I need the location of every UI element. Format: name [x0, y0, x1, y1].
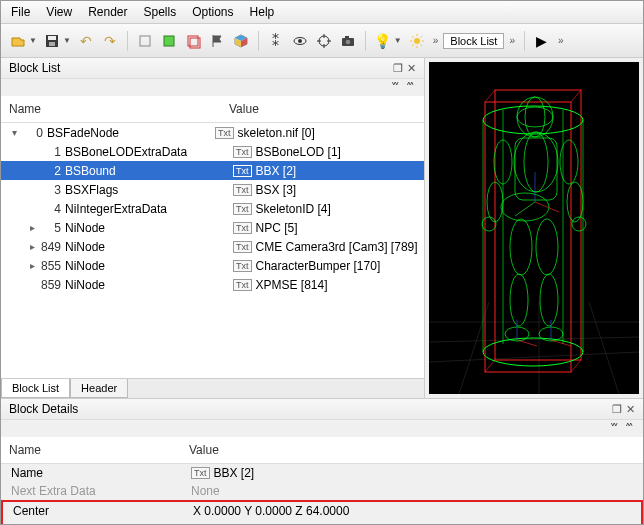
- col-value[interactable]: Value: [183, 441, 641, 459]
- blocklist-combo[interactable]: Block List: [443, 33, 504, 49]
- svg-point-11: [346, 39, 351, 44]
- menu-view[interactable]: View: [46, 5, 72, 19]
- row-value: TxtCME Camera3rd [Cam3] [789]: [233, 240, 418, 254]
- detail-row[interactable]: DimensionsX 22.0000 Y 14.0000 Z 64.0000: [3, 520, 641, 525]
- row-value: TxtBBX [2]: [233, 164, 296, 178]
- collapse-all-icon[interactable]: ˅˅: [391, 81, 397, 93]
- separator: [258, 31, 259, 51]
- toolbar-overflow[interactable]: »: [430, 35, 442, 46]
- row-index: 859: [39, 278, 65, 292]
- expand-all-icon[interactable]: ˄˄: [625, 422, 631, 434]
- collapse-all-icon[interactable]: ˅˅: [610, 422, 616, 434]
- menu-spells[interactable]: Spells: [144, 5, 177, 19]
- expand-icon[interactable]: ▾: [7, 127, 21, 138]
- row-name: NiNode: [65, 240, 233, 254]
- tree-row[interactable]: 2BSBoundTxtBBX [2]: [1, 161, 424, 180]
- row-index: 5: [39, 221, 65, 235]
- menu-help[interactable]: Help: [250, 5, 275, 19]
- tree-row[interactable]: 4NiIntegerExtraDataTxtSkeletonID [4]: [1, 199, 424, 218]
- txt-badge: Txt: [233, 222, 252, 234]
- cube-green-icon[interactable]: [158, 30, 180, 52]
- menu-file[interactable]: File: [11, 5, 30, 19]
- row-name: BSBoneLODExtraData: [65, 145, 233, 159]
- collapse-controls: ˅˅ ˄˄: [1, 79, 424, 96]
- blocklist-title: Block List: [9, 61, 393, 75]
- bulb-dropdown[interactable]: ▼: [394, 36, 402, 45]
- row-index: 1: [39, 145, 65, 159]
- footprints-icon[interactable]: ⁑: [265, 30, 287, 52]
- save-dropdown[interactable]: ▼: [63, 36, 71, 45]
- toolbar: ▼ ▼ ↶ ↷ ⁑ 💡▼ » Block List » ▶ »: [1, 24, 643, 58]
- row-name: NiNode: [65, 259, 233, 273]
- expand-icon[interactable]: ▸: [25, 260, 39, 271]
- toolbar-overflow-2[interactable]: »: [506, 35, 518, 46]
- separator: [524, 31, 525, 51]
- txt-badge: Txt: [233, 203, 252, 215]
- expand-all-icon[interactable]: ˄˄: [406, 81, 412, 93]
- cube-color-icon[interactable]: [230, 30, 252, 52]
- col-value[interactable]: Value: [223, 100, 422, 118]
- save-icon[interactable]: [41, 30, 63, 52]
- flag-icon[interactable]: [206, 30, 228, 52]
- toolbar-overflow-3[interactable]: »: [555, 35, 567, 46]
- tree-row[interactable]: ▸849NiNodeTxtCME Camera3rd [Cam3] [789]: [1, 237, 424, 256]
- col-name[interactable]: Name: [3, 100, 223, 118]
- play-icon[interactable]: ▶: [531, 30, 553, 52]
- details-body: NameTxtBBX [2]Next Extra DataNoneCenterX…: [1, 464, 643, 525]
- blocklist-panel: Block List ❐ ✕ ˅˅ ˄˄ Name Value ▾0BSFade…: [1, 58, 425, 398]
- row-value: TxtBSX [3]: [233, 183, 296, 197]
- tab-blocklist[interactable]: Block List: [1, 379, 70, 398]
- txt-badge: Txt: [233, 165, 252, 177]
- 3d-viewport[interactable]: [429, 62, 639, 394]
- eye-icon[interactable]: [289, 30, 311, 52]
- detail-row[interactable]: CenterX 0.0000 Y 0.0000 Z 64.0000: [3, 502, 641, 520]
- row-name: BSXFlags: [65, 183, 233, 197]
- open-dropdown[interactable]: ▼: [29, 36, 37, 45]
- row-name: NiNode: [65, 221, 233, 235]
- restore-icon[interactable]: ❐: [612, 403, 622, 416]
- expand-icon[interactable]: ▸: [25, 241, 39, 252]
- tree-row[interactable]: 3BSXFlagsTxtBSX [3]: [1, 180, 424, 199]
- blocklist-tree[interactable]: ▾0BSFadeNodeTxtskeleton.nif [0]1BSBoneLO…: [1, 123, 424, 378]
- menu-render[interactable]: Render: [88, 5, 127, 19]
- main-area: Block List ❐ ✕ ˅˅ ˄˄ Name Value ▾0BSFade…: [1, 58, 643, 398]
- tab-header[interactable]: Header: [70, 379, 128, 398]
- tree-row[interactable]: 859NiNodeTxtXPMSE [814]: [1, 275, 424, 294]
- detail-row[interactable]: NameTxtBBX [2]: [1, 464, 643, 482]
- svg-rect-12: [345, 36, 349, 38]
- close-icon[interactable]: ✕: [626, 403, 635, 416]
- row-index: 3: [39, 183, 65, 197]
- tree-row[interactable]: ▾0BSFadeNodeTxtskeleton.nif [0]: [1, 123, 424, 142]
- blocklist-header-row: Name Value: [1, 96, 424, 123]
- row-index: 0: [21, 126, 47, 140]
- tree-row[interactable]: ▸5NiNodeTxtNPC [5]: [1, 218, 424, 237]
- detail-name: Next Extra Data: [11, 484, 191, 498]
- svg-rect-3: [140, 36, 150, 46]
- svg-point-13: [414, 38, 420, 44]
- details-titlebar: Block Details ❐ ✕: [1, 399, 643, 420]
- cube-wire-icon[interactable]: [134, 30, 156, 52]
- detail-row[interactable]: Next Extra DataNone: [1, 482, 643, 500]
- camera-icon[interactable]: [337, 30, 359, 52]
- svg-rect-14: [429, 62, 639, 394]
- svg-rect-4: [164, 36, 174, 46]
- highlighted-rows: CenterX 0.0000 Y 0.0000 Z 64.0000Dimensi…: [1, 500, 643, 525]
- row-name: BSBound: [65, 164, 233, 178]
- col-name[interactable]: Name: [3, 441, 183, 459]
- target-icon[interactable]: [313, 30, 335, 52]
- row-value: Txtskeleton.nif [0]: [215, 126, 315, 140]
- tree-row[interactable]: 1BSBoneLODExtraDataTxtBSBoneLOD [1]: [1, 142, 424, 161]
- menu-options[interactable]: Options: [192, 5, 233, 19]
- cube-red-icon[interactable]: [182, 30, 204, 52]
- redo-icon[interactable]: ↷: [99, 30, 121, 52]
- close-icon[interactable]: ✕: [407, 62, 416, 75]
- bulb-icon[interactable]: 💡: [372, 30, 394, 52]
- open-icon[interactable]: [7, 30, 29, 52]
- expand-icon[interactable]: ▸: [25, 222, 39, 233]
- tree-row[interactable]: ▸855NiNodeTxtCharacterBumper [170]: [1, 256, 424, 275]
- sun-icon[interactable]: [406, 30, 428, 52]
- restore-icon[interactable]: ❐: [393, 62, 403, 75]
- row-index: 849: [39, 240, 65, 254]
- row-value: TxtXPMSE [814]: [233, 278, 328, 292]
- undo-icon[interactable]: ↶: [75, 30, 97, 52]
